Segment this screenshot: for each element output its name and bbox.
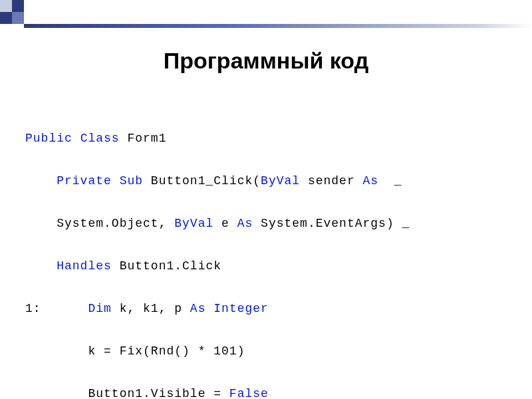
code-line: k = Fix(Rnd() * 101) [25,340,512,362]
slide: Программный код Public Class Form1 Priva… [0,0,532,399]
code-line: Handles Button1.Click [25,255,512,277]
accent-bar [24,24,532,28]
code-line: 1: Dim k, k1, p As Integer [25,298,512,319]
slide-title: Программный код [0,48,532,74]
corner-decoration [0,0,24,24]
code-line: System.Object, ByVal e As System.EventAr… [25,213,512,234]
code-line: Public Class Form1 [25,128,512,149]
code-block: Public Class Form1 Private Sub Button1_C… [25,106,512,399]
code-line: Private Sub Button1_Click(ByVal sender A… [25,170,512,192]
code-line: Button1.Visible = False [25,383,512,399]
